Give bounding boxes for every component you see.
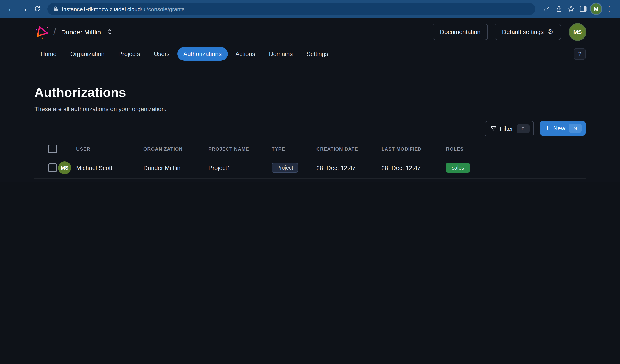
tab-users[interactable]: Users — [148, 47, 176, 61]
reload-button[interactable] — [31, 3, 43, 15]
col-last-modified: LAST MODIFIED — [381, 146, 446, 152]
page-title: Authorizations — [34, 85, 586, 100]
user-avatar[interactable]: MS — [570, 24, 586, 40]
reload-icon — [34, 6, 40, 12]
breadcrumb-separator: / — [53, 26, 56, 37]
zitadel-console-page: ← → instance1-dkmnzw.zitadel.cloud/ui/co… — [0, 0, 620, 182]
back-button[interactable]: ← — [5, 3, 17, 15]
col-type: TYPE — [272, 146, 316, 152]
lock-icon — [53, 6, 58, 12]
organization-name: Dunder Mifflin — [143, 164, 208, 171]
share-button[interactable] — [553, 3, 564, 15]
tab-settings[interactable]: Settings — [301, 47, 334, 61]
tab-organization[interactable]: Organization — [64, 47, 111, 61]
last-modified: 28. Dec, 12:47 — [381, 164, 446, 171]
tab-authorizations[interactable]: Authorizations — [177, 47, 228, 61]
documentation-button[interactable]: Documentation — [433, 24, 488, 40]
bookmark-star-button[interactable] — [565, 3, 576, 15]
new-label: New — [553, 125, 565, 132]
url-host: instance1-dkmnzw.zitadel.cloud — [62, 6, 141, 12]
role-badge: sales — [446, 163, 470, 173]
page-subtitle: These are all authorizations on your org… — [34, 106, 586, 112]
zitadel-logo[interactable] — [34, 24, 50, 40]
filter-shortcut-badge: F — [517, 124, 529, 133]
browser-profile-avatar[interactable]: M — [591, 3, 602, 14]
plus-icon: + — [545, 124, 550, 132]
project-name: Project1 — [208, 164, 272, 171]
gear-icon: ⚙ — [547, 28, 554, 35]
app-header: / Dunder Mifflin Documentation Default s… — [0, 18, 620, 46]
tab-actions[interactable]: Actions — [229, 47, 261, 61]
share-icon — [556, 5, 562, 13]
col-creation-date: CREATION DATE — [316, 146, 381, 152]
forward-button[interactable]: → — [18, 3, 30, 15]
filter-button[interactable]: Filter F — [485, 121, 534, 136]
side-panel-button[interactable] — [577, 3, 589, 15]
new-button[interactable]: + New N — [540, 121, 586, 136]
tab-projects[interactable]: Projects — [112, 47, 146, 61]
org-switcher-chevrons-icon — [108, 28, 112, 35]
documentation-label: Documentation — [440, 28, 480, 35]
help-button[interactable]: ? — [574, 48, 586, 60]
user-name: Michael Scott — [76, 164, 143, 171]
avatar: MS — [58, 161, 71, 174]
creation-date: 28. Dec, 12:47 — [316, 164, 381, 171]
new-shortcut-badge: N — [569, 124, 582, 133]
filter-icon — [490, 126, 496, 132]
url-bar[interactable]: instance1-dkmnzw.zitadel.cloud/ui/consol… — [47, 3, 535, 15]
filter-label: Filter — [500, 125, 513, 132]
table-row[interactable]: MS Michael Scott Dunder Mifflin Project1… — [34, 157, 586, 179]
url-path: /ui/console/grants — [141, 6, 185, 12]
type-badge: Project — [272, 163, 298, 173]
authorizations-table: USER ORGANIZATION PROJECT NAME TYPE CREA… — [34, 141, 586, 182]
table-header-row: USER ORGANIZATION PROJECT NAME TYPE CREA… — [34, 141, 586, 157]
row-checkbox[interactable] — [48, 164, 57, 172]
side-panel-icon — [579, 6, 587, 12]
main-content: Authorizations These are all authorizati… — [0, 85, 620, 182]
col-roles: ROLES — [446, 146, 586, 152]
browser-menu-button[interactable]: ⋮ — [604, 3, 615, 15]
col-project-name: PROJECT NAME — [208, 146, 272, 152]
table-row[interactable]: DS Dwight Schrute Dunder Mifflin Project… — [34, 179, 586, 182]
org-switcher[interactable]: Dunder Mifflin — [61, 28, 112, 35]
star-icon — [567, 5, 574, 13]
key-icon — [543, 5, 550, 13]
tab-domains[interactable]: Domains — [263, 47, 299, 61]
main-nav: Home Organization Projects Users Authori… — [0, 46, 620, 67]
password-key-button[interactable] — [541, 3, 552, 15]
tab-home[interactable]: Home — [34, 47, 63, 61]
default-settings-button[interactable]: Default settings ⚙ — [495, 24, 561, 40]
col-user: USER — [76, 146, 143, 152]
browser-chrome: ← → instance1-dkmnzw.zitadel.cloud/ui/co… — [0, 0, 620, 18]
col-organization: ORGANIZATION — [143, 146, 208, 152]
default-settings-label: Default settings — [502, 28, 543, 35]
select-all-checkbox[interactable] — [48, 145, 57, 153]
actions-row: Filter F + New N — [34, 121, 586, 136]
org-name: Dunder Mifflin — [61, 28, 101, 35]
